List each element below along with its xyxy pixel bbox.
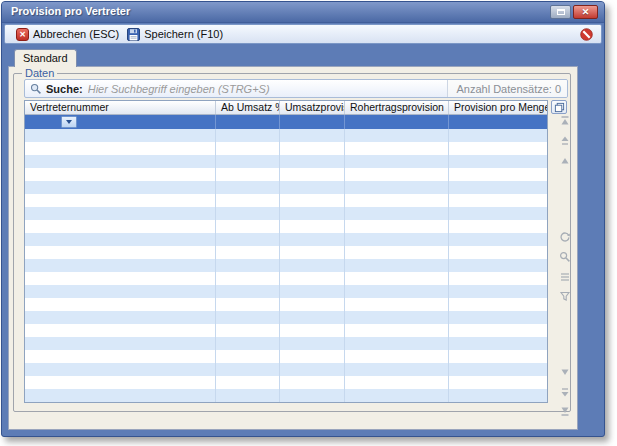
table-cell [216, 298, 280, 311]
table-row[interactable] [25, 246, 547, 259]
table-cell [25, 168, 216, 181]
table-cell [449, 155, 547, 168]
table-row[interactable] [25, 363, 547, 376]
column-header[interactable]: Ab Umsatz % [216, 101, 280, 114]
column-header[interactable]: Vertreternummer [25, 101, 216, 114]
table-row[interactable] [25, 220, 547, 233]
table-cell [449, 259, 547, 272]
refresh-button[interactable] [558, 230, 572, 243]
table-row[interactable] [25, 207, 547, 220]
table-cell [25, 220, 216, 233]
table-cell [280, 259, 345, 272]
table-row[interactable] [25, 129, 547, 142]
tab-standard[interactable]: Standard [14, 49, 77, 67]
selected-cell [25, 115, 216, 129]
table-cell [280, 389, 345, 402]
cancel-circle-button[interactable] [580, 28, 593, 41]
page-up-button[interactable] [558, 134, 572, 147]
list-button[interactable] [558, 270, 572, 283]
page-down-button[interactable] [558, 385, 572, 398]
table-cell [280, 363, 345, 376]
table-row[interactable] [25, 168, 547, 181]
table-cell [345, 376, 449, 389]
table-cell [345, 168, 449, 181]
table-cell [25, 246, 216, 259]
table-cell [345, 324, 449, 337]
table-row[interactable] [25, 259, 547, 272]
filter-button[interactable] [558, 289, 572, 302]
table-row[interactable] [25, 272, 547, 285]
table-cell [216, 142, 280, 155]
row-down-button[interactable] [558, 365, 572, 378]
table-cell [280, 337, 345, 350]
table-cell [449, 168, 547, 181]
go-first-icon [559, 115, 571, 127]
table-cell [280, 233, 345, 246]
table-row[interactable] [25, 194, 547, 207]
go-first-button[interactable] [558, 114, 572, 127]
table-cell [280, 207, 345, 220]
table-cell [216, 220, 280, 233]
table-cell [449, 233, 547, 246]
table-cell [25, 311, 216, 324]
tab-page: Daten Suche: Anzahl Datensätze: 0 Vertre… [8, 66, 578, 430]
table-cell [449, 363, 547, 376]
row-down-icon [559, 366, 571, 378]
selected-row[interactable] [25, 115, 547, 129]
save-button[interactable]: Speichern (F10) [123, 26, 227, 42]
copy-icon [554, 102, 565, 113]
cancel-circle-icon [580, 28, 593, 41]
table-cell [25, 376, 216, 389]
close-button[interactable]: ✕ [573, 5, 598, 19]
table-cell [216, 259, 280, 272]
selected-cell [280, 115, 345, 129]
column-header[interactable]: Provision pro Menge(Einheit) [449, 101, 547, 114]
table-cell [345, 207, 449, 220]
table-cell [345, 233, 449, 246]
table-row[interactable] [25, 181, 547, 194]
restore-button[interactable] [550, 5, 571, 19]
table-cell [280, 350, 345, 363]
table-cell [449, 389, 547, 402]
daten-groupbox: Daten Suche: Anzahl Datensätze: 0 Vertre… [13, 73, 571, 412]
table-cell [449, 272, 547, 285]
selected-cell [449, 115, 547, 129]
table-row[interactable] [25, 233, 547, 246]
table-row[interactable] [25, 285, 547, 298]
table-cell [345, 298, 449, 311]
data-grid: VertreternummerAb Umsatz %Umsatzprovisio… [24, 100, 548, 403]
toolbar: ✕ Abbrechen (ESC) Speichern (F10) [4, 24, 602, 44]
table-cell [25, 194, 216, 207]
column-header[interactable]: Rohertragsprovision [345, 101, 449, 114]
abort-label: Abbrechen (ESC) [33, 28, 119, 40]
column-header[interactable]: Umsatzprovision [280, 101, 345, 114]
table-row[interactable] [25, 155, 547, 168]
copy-button[interactable] [551, 100, 567, 114]
table-cell [345, 285, 449, 298]
row-dropdown-button[interactable] [61, 116, 77, 128]
table-cell [25, 207, 216, 220]
table-row[interactable] [25, 311, 547, 324]
table-row[interactable] [25, 142, 547, 155]
table-row[interactable] [25, 376, 547, 389]
go-last-button[interactable] [558, 404, 572, 417]
table-row[interactable] [25, 389, 547, 402]
go-last-icon [559, 405, 571, 417]
table-cell [216, 155, 280, 168]
table-cell [280, 168, 345, 181]
table-cell [449, 350, 547, 363]
refresh-icon [559, 231, 571, 243]
table-row[interactable] [25, 337, 547, 350]
table-row[interactable] [25, 350, 547, 363]
grid-search-button[interactable] [558, 250, 572, 263]
title-bar: Provision pro Vertreter ✕ [2, 2, 604, 23]
table-row[interactable] [25, 324, 547, 337]
table-row[interactable] [25, 298, 547, 311]
table-cell [25, 363, 216, 376]
row-up-button[interactable] [558, 154, 572, 167]
grid-rows [25, 129, 547, 402]
table-cell [280, 129, 345, 142]
search-input[interactable] [88, 81, 448, 96]
search-bar: Suche: Anzahl Datensätze: 0 [24, 79, 568, 98]
abort-button[interactable]: ✕ Abbrechen (ESC) [12, 26, 123, 42]
